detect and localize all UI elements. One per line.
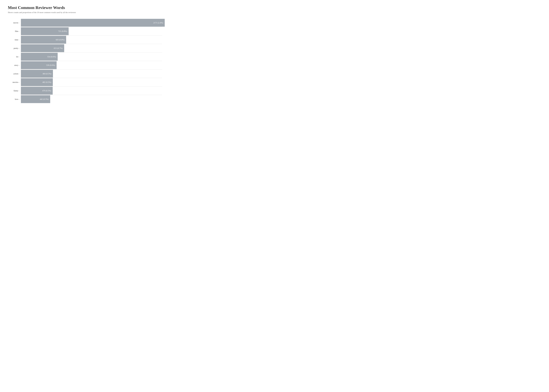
bar-row: time683 (0.8%) [8,36,162,44]
bar-fill: 479 (0.5%) [21,87,53,95]
bar-fill: 2171 (2.4%) [21,19,165,27]
bar-container: 721 (0.8%) [21,27,162,35]
bar-container: 479 (0.5%) [21,87,162,95]
bar-value-label: 653 (0.7%) [54,47,63,49]
bar-row: movies482 (0.5%) [8,78,162,86]
bar-fill: 653 (0.7%) [21,44,64,52]
bar-fill: 482 (0.5%) [21,78,53,86]
bar-row: lot554 (0.6%) [8,53,162,61]
bar-value-label: 484 (0.5%) [43,73,51,75]
bar-label: funny [8,90,21,92]
chart-subtitle: Shows counts and proportions of the 10 m… [8,11,162,14]
bar-value-label: 683 (0.8%) [56,39,65,41]
bar-label: action [8,73,21,75]
bar-label: film [8,30,21,32]
bar-fill: 554 (0.6%) [21,53,58,61]
bar-value-label: 2171 (2.4%) [153,22,163,24]
bar-value-label: 539 (0.6%) [46,64,55,66]
bar-label: time [8,39,21,41]
bar-label: love [8,98,21,100]
bar-fill: 539 (0.6%) [21,61,56,69]
bar-row: story539 (0.6%) [8,61,162,69]
bar-divider [21,69,162,70]
bar-container: 554 (0.6%) [21,53,162,61]
bar-container: 653 (0.7%) [21,44,162,52]
bar-value-label: 554 (0.6%) [47,56,56,58]
bar-chart: movie2171 (2.4%)film721 (0.8%)time683 (0… [8,19,162,103]
bar-value-label: 482 (0.5%) [42,81,51,83]
bar-label: movies [8,81,21,83]
bar-fill: 683 (0.8%) [21,36,66,44]
bar-value-label: 442 (0.5%) [40,98,49,100]
bar-container: 484 (0.5%) [21,70,162,78]
bar-label: pretty [8,47,21,49]
bar-row: film721 (0.8%) [8,27,162,35]
bar-container: 442 (0.5%) [21,95,162,103]
bar-value-label: 721 (0.8%) [58,30,67,32]
bar-value-label: 479 (0.5%) [42,90,51,92]
bar-fill: 721 (0.8%) [21,27,69,35]
bar-label: lot [8,56,21,58]
bar-container: 482 (0.5%) [21,78,162,86]
bar-row: funny479 (0.5%) [8,87,162,95]
bar-label: movie [8,22,21,24]
bar-container: 539 (0.6%) [21,61,162,69]
bar-divider [21,95,162,95]
bar-row: movie2171 (2.4%) [8,19,162,27]
bar-container: 683 (0.8%) [21,36,162,44]
bar-fill: 442 (0.5%) [21,95,50,103]
bar-divider [21,61,162,61]
bar-label: story [8,64,21,66]
bar-row: love442 (0.5%) [8,95,162,103]
bar-container: 2171 (2.4%) [21,19,165,27]
bar-divider [21,52,162,53]
bar-fill: 484 (0.5%) [21,70,53,78]
chart-title: Most Common Reviewer Words [8,5,162,10]
bar-row: action484 (0.5%) [8,70,162,78]
bar-row: pretty653 (0.7%) [8,44,162,52]
